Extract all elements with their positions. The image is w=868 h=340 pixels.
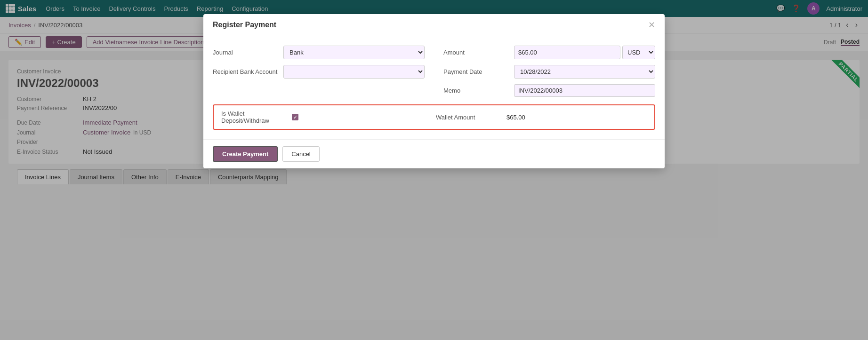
cancel-button[interactable]: Cancel	[282, 146, 319, 162]
recipient-group: Recipient Bank Account	[213, 65, 425, 79]
wallet-amount-row: Wallet Amount $65.00	[436, 110, 647, 124]
modal-title: Register Payment	[213, 21, 276, 29]
wallet-amount-value: $65.00	[506, 114, 525, 121]
amount-control-row: USD	[514, 46, 655, 59]
journal-select[interactable]: Bank	[283, 46, 425, 59]
modal-close-button[interactable]: ✕	[648, 21, 655, 29]
modal-right-col: Amount USD Payment Date 10/28/2022	[443, 46, 655, 97]
recipient-control-row	[283, 65, 425, 79]
currency-select[interactable]: USD	[622, 46, 655, 59]
register-payment-modal: Register Payment ✕ Journal Bank	[203, 14, 665, 168]
wallet-deposit-label: Is Wallet Deposit/Withdraw	[221, 110, 287, 124]
payment-date-field-label: Payment Date	[443, 68, 509, 75]
amount-field-label: Amount	[443, 49, 509, 56]
payment-date-select[interactable]: 10/28/2022	[514, 65, 655, 79]
wallet-amount-label: Wallet Amount	[436, 114, 502, 121]
recipient-field-label: Recipient Bank Account	[213, 68, 279, 75]
modal-header: Register Payment ✕	[203, 14, 665, 36]
journal-field-label: Journal	[213, 49, 279, 56]
modal-footer: Create Payment Cancel	[203, 139, 665, 168]
memo-field-label: Memo	[443, 87, 509, 94]
wallet-deposit-row: Is Wallet Deposit/Withdraw ✓	[221, 110, 432, 124]
amount-input[interactable]	[514, 46, 620, 59]
wallet-deposit-checkbox[interactable]: ✓	[292, 114, 298, 120]
modal-form-grid: Journal Bank Recipient Bank Account	[213, 46, 655, 97]
memo-input[interactable]	[514, 84, 655, 97]
modal-overlay: Register Payment ✕ Journal Bank	[0, 0, 868, 320]
payment-date-group: Payment Date 10/28/2022	[443, 65, 655, 79]
recipient-select[interactable]	[283, 65, 425, 79]
modal-left-col: Journal Bank Recipient Bank Account	[213, 46, 425, 97]
journal-group: Journal Bank	[213, 46, 425, 59]
memo-group: Memo	[443, 84, 655, 97]
amount-group: Amount USD	[443, 46, 655, 59]
payment-date-control-row: 10/28/2022	[514, 65, 655, 79]
journal-control-row: Bank	[283, 46, 425, 59]
wallet-section: Is Wallet Deposit/Withdraw ✓ Wallet Amou…	[213, 104, 655, 130]
create-payment-button[interactable]: Create Payment	[213, 146, 278, 162]
modal-body: Journal Bank Recipient Bank Account	[203, 36, 665, 139]
